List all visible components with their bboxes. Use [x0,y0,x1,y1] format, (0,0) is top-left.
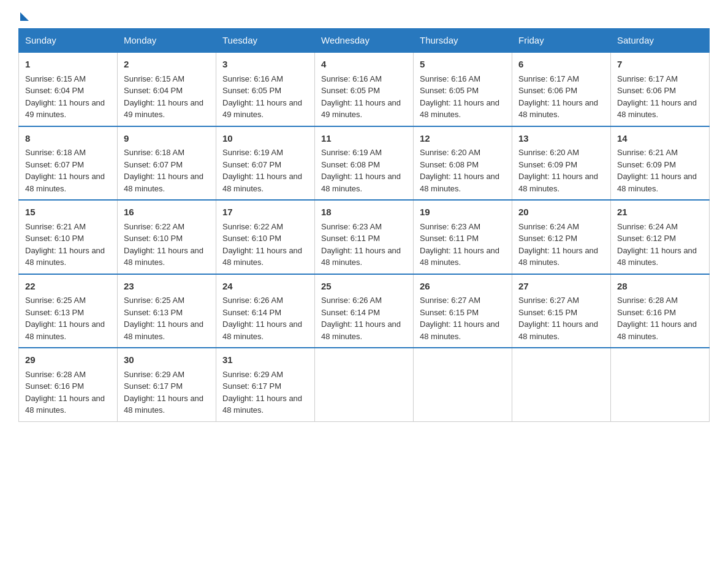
daylight-text: Daylight: 11 hours and 48 minutes. [617,172,697,193]
day-number: 17 [222,205,308,220]
calendar-cell: 18Sunrise: 6:23 AMSunset: 6:11 PMDayligh… [315,200,414,274]
day-number: 12 [420,132,506,146]
sunset-text: Sunset: 6:12 PM [518,234,577,243]
calendar-cell: 1Sunrise: 6:15 AMSunset: 6:04 PMDaylight… [19,52,118,126]
calendar-cell: 4Sunrise: 6:16 AMSunset: 6:05 PMDaylight… [315,52,414,126]
day-number: 2 [124,58,210,72]
calendar-cell: 20Sunrise: 6:24 AMSunset: 6:12 PMDayligh… [512,200,611,274]
calendar-cell: 6Sunrise: 6:17 AMSunset: 6:06 PMDaylight… [512,52,611,126]
sunset-text: Sunset: 6:15 PM [518,308,577,317]
sunset-text: Sunset: 6:06 PM [617,86,676,95]
day-number: 10 [222,132,308,146]
sunset-text: Sunset: 6:07 PM [222,160,281,169]
sunset-text: Sunset: 6:17 PM [222,381,281,391]
daylight-text: Daylight: 11 hours and 48 minutes. [124,246,203,267]
day-number: 23 [124,280,210,294]
sunset-text: Sunset: 6:10 PM [124,234,183,243]
day-number: 20 [518,205,604,220]
day-number: 31 [222,353,308,367]
day-number: 1 [25,58,111,72]
logo-triangle-icon [20,12,29,21]
day-number: 21 [617,205,703,220]
calendar-cell: 2Sunrise: 6:15 AMSunset: 6:04 PMDaylight… [118,52,216,126]
sunrise-text: Sunrise: 6:21 AM [617,148,678,157]
sunrise-text: Sunrise: 6:21 AM [25,222,86,231]
calendar-cell: 14Sunrise: 6:21 AMSunset: 6:09 PMDayligh… [611,126,710,201]
daylight-text: Daylight: 11 hours and 48 minutes. [518,246,598,267]
sunrise-text: Sunrise: 6:27 AM [518,296,579,305]
day-number: 6 [518,58,604,72]
header-friday: Friday [512,29,611,53]
daylight-text: Daylight: 11 hours and 48 minutes. [321,246,401,267]
sunrise-text: Sunrise: 6:16 AM [321,74,382,83]
logo [18,12,29,16]
day-number: 15 [25,205,111,220]
day-number: 16 [124,205,210,220]
calendar-week-row: 8Sunrise: 6:18 AMSunset: 6:07 PMDaylight… [19,126,710,201]
sunset-text: Sunset: 6:06 PM [518,86,577,95]
day-number: 22 [25,280,111,294]
sunrise-text: Sunrise: 6:20 AM [420,148,480,157]
day-number: 13 [518,132,604,146]
sunset-text: Sunset: 6:09 PM [518,160,577,169]
day-number: 30 [124,353,210,367]
calendar-cell: 7Sunrise: 6:17 AMSunset: 6:06 PMDaylight… [611,52,710,126]
daylight-text: Daylight: 11 hours and 48 minutes. [518,98,598,120]
sunset-text: Sunset: 6:11 PM [420,234,479,243]
day-number: 19 [420,205,506,220]
daylight-text: Daylight: 11 hours and 48 minutes. [25,246,105,267]
day-number: 3 [222,58,308,72]
sunrise-text: Sunrise: 6:28 AM [25,370,86,379]
calendar-cell: 29Sunrise: 6:28 AMSunset: 6:16 PMDayligh… [19,348,118,421]
daylight-text: Daylight: 11 hours and 48 minutes. [25,320,105,341]
daylight-text: Daylight: 11 hours and 48 minutes. [124,320,203,341]
sunrise-text: Sunrise: 6:28 AM [617,296,678,305]
daylight-text: Daylight: 11 hours and 48 minutes. [420,98,499,120]
sunset-text: Sunset: 6:12 PM [617,234,676,243]
calendar-cell: 22Sunrise: 6:25 AMSunset: 6:13 PMDayligh… [19,274,118,348]
day-number: 28 [617,280,703,294]
daylight-text: Daylight: 11 hours and 48 minutes. [25,394,105,415]
daylight-text: Daylight: 11 hours and 48 minutes. [321,172,401,193]
calendar-cell: 11Sunrise: 6:19 AMSunset: 6:08 PMDayligh… [315,126,414,201]
calendar-cell: 26Sunrise: 6:27 AMSunset: 6:15 PMDayligh… [414,274,512,348]
calendar-week-row: 29Sunrise: 6:28 AMSunset: 6:16 PMDayligh… [19,348,710,421]
calendar-cell: 13Sunrise: 6:20 AMSunset: 6:09 PMDayligh… [512,126,611,201]
daylight-text: Daylight: 11 hours and 48 minutes. [222,172,302,193]
calendar-week-row: 1Sunrise: 6:15 AMSunset: 6:04 PMDaylight… [19,52,710,126]
sunset-text: Sunset: 6:04 PM [25,86,84,95]
sunrise-text: Sunrise: 6:25 AM [25,296,86,305]
daylight-text: Daylight: 11 hours and 49 minutes. [321,98,401,120]
sunset-text: Sunset: 6:08 PM [321,160,380,169]
day-number: 27 [518,280,604,294]
calendar-cell: 12Sunrise: 6:20 AMSunset: 6:08 PMDayligh… [414,126,512,201]
sunrise-text: Sunrise: 6:16 AM [222,74,283,83]
sunset-text: Sunset: 6:13 PM [25,308,84,317]
sunset-text: Sunset: 6:07 PM [124,160,183,169]
sunrise-text: Sunrise: 6:22 AM [222,222,283,231]
calendar-header-row: SundayMondayTuesdayWednesdayThursdayFrid… [19,29,710,53]
calendar-table: SundayMondayTuesdayWednesdayThursdayFrid… [18,28,710,422]
day-number: 25 [321,280,407,294]
day-number: 9 [124,132,210,146]
sunset-text: Sunset: 6:08 PM [420,160,479,169]
daylight-text: Daylight: 11 hours and 48 minutes. [321,320,401,341]
day-number: 8 [25,132,111,146]
calendar-cell [315,348,414,421]
sunset-text: Sunset: 6:07 PM [25,160,84,169]
daylight-text: Daylight: 11 hours and 48 minutes. [222,320,302,341]
sunrise-text: Sunrise: 6:26 AM [222,296,283,305]
day-number: 24 [222,280,308,294]
sunrise-text: Sunrise: 6:24 AM [617,222,678,231]
sunset-text: Sunset: 6:10 PM [222,234,281,243]
sunrise-text: Sunrise: 6:24 AM [518,222,579,231]
daylight-text: Daylight: 11 hours and 49 minutes. [222,98,302,120]
sunrise-text: Sunrise: 6:29 AM [124,370,184,379]
sunrise-text: Sunrise: 6:26 AM [321,296,382,305]
calendar-cell: 16Sunrise: 6:22 AMSunset: 6:10 PMDayligh… [118,200,216,274]
sunrise-text: Sunrise: 6:19 AM [222,148,283,157]
day-number: 29 [25,353,111,367]
sunset-text: Sunset: 6:11 PM [321,234,380,243]
daylight-text: Daylight: 11 hours and 48 minutes. [124,394,203,415]
daylight-text: Daylight: 11 hours and 48 minutes. [222,246,302,267]
